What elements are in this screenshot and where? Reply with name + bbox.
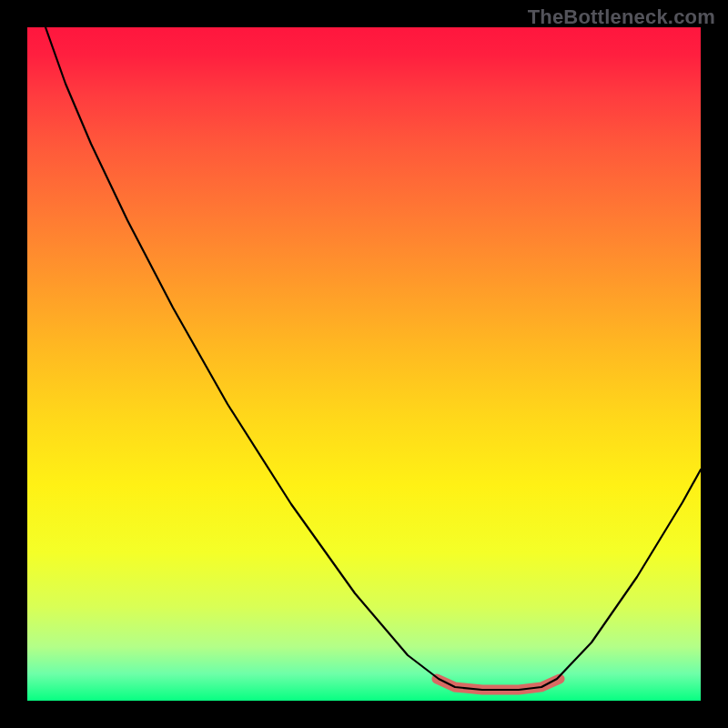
- watermark-text: TheBottleneck.com: [528, 5, 715, 29]
- bottleneck-curve: [46, 27, 701, 690]
- chart-svg: [27, 27, 701, 701]
- plot-area: [27, 27, 701, 701]
- optimal-range-highlight: [437, 679, 560, 690]
- chart-container: TheBottleneck.com: [0, 0, 728, 728]
